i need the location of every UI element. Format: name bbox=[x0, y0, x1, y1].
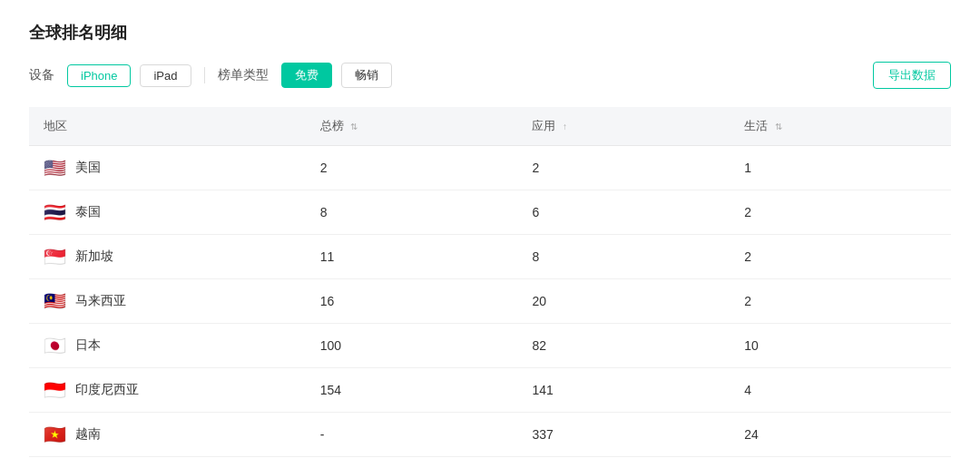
country-name-6: 越南 bbox=[75, 426, 101, 443]
country-name-4: 日本 bbox=[75, 337, 101, 354]
type-free-button[interactable]: 免费 bbox=[281, 63, 332, 88]
cell-app-4: 82 bbox=[517, 324, 730, 368]
device-label: 设备 bbox=[29, 67, 54, 83]
header-app[interactable]: 应用 ↑ bbox=[517, 107, 730, 146]
cell-total-5: 154 bbox=[306, 368, 518, 413]
cell-total-4: 100 bbox=[306, 324, 518, 368]
table-header-row: 地区 总榜 ⇅ 应用 ↑ 生活 ⇅ bbox=[29, 107, 951, 146]
cell-total-2: 11 bbox=[306, 235, 518, 279]
sort-life-icon: ⇅ bbox=[775, 122, 782, 132]
page-title: 全球排名明细 bbox=[29, 22, 951, 44]
cell-life-2: 2 bbox=[730, 235, 951, 279]
header-region: 地区 bbox=[29, 107, 306, 146]
cell-total-1: 8 bbox=[306, 190, 518, 235]
table-row: 🇻🇳 越南 - 337 24 bbox=[29, 413, 951, 457]
table-row: 🇺🇸 美国 2 2 1 bbox=[29, 146, 951, 190]
cell-app-5: 141 bbox=[517, 368, 730, 413]
header-life[interactable]: 生活 ⇅ bbox=[730, 107, 951, 146]
cell-country-0: 🇺🇸 美国 bbox=[29, 146, 306, 190]
cell-country-5: 🇮🇩 印度尼西亚 bbox=[29, 368, 306, 413]
cell-country-2: 🇸🇬 新加坡 bbox=[29, 235, 306, 279]
cell-life-5: 4 bbox=[730, 368, 951, 413]
cell-total-6: - bbox=[306, 413, 518, 457]
cell-life-4: 10 bbox=[730, 324, 951, 368]
flag-icon-0: 🇺🇸 bbox=[44, 159, 66, 177]
flag-icon-5: 🇮🇩 bbox=[44, 381, 66, 399]
table-row: 🇮🇩 印度尼西亚 154 141 4 bbox=[29, 368, 951, 413]
cell-country-3: 🇲🇾 马来西亚 bbox=[29, 279, 306, 324]
cell-app-3: 20 bbox=[517, 279, 730, 324]
flag-icon-1: 🇹🇭 bbox=[44, 203, 66, 221]
cell-app-0: 2 bbox=[517, 146, 730, 190]
table-row: 🇲🇾 马来西亚 16 20 2 bbox=[29, 279, 951, 324]
type-popular-button[interactable]: 畅销 bbox=[341, 63, 392, 88]
country-name-3: 马来西亚 bbox=[75, 293, 126, 309]
country-name-1: 泰国 bbox=[75, 204, 101, 220]
sort-app-icon: ↑ bbox=[563, 122, 567, 132]
table-row: 🇹🇭 泰国 8 6 2 bbox=[29, 190, 951, 235]
cell-total-0: 2 bbox=[306, 146, 518, 190]
country-name-5: 印度尼西亚 bbox=[75, 382, 139, 398]
cell-country-6: 🇻🇳 越南 bbox=[29, 413, 306, 457]
rankings-table: 地区 总榜 ⇅ 应用 ↑ 生活 ⇅ 🇺🇸 美国 bbox=[29, 107, 951, 457]
cell-total-3: 16 bbox=[306, 279, 518, 324]
flag-icon-4: 🇯🇵 bbox=[44, 336, 66, 355]
cell-life-0: 1 bbox=[730, 146, 951, 190]
cell-country-1: 🇹🇭 泰国 bbox=[29, 190, 306, 235]
cell-app-6: 337 bbox=[517, 413, 730, 457]
toolbar: 设备 iPhone iPad 榜单类型 免费 畅销 导出数据 bbox=[29, 62, 951, 89]
cell-country-4: 🇯🇵 日本 bbox=[29, 324, 306, 368]
type-label: 榜单类型 bbox=[218, 67, 269, 83]
flag-icon-3: 🇲🇾 bbox=[44, 292, 66, 310]
cell-app-1: 6 bbox=[517, 190, 730, 235]
cell-life-3: 2 bbox=[730, 279, 951, 324]
cell-life-1: 2 bbox=[730, 190, 951, 235]
export-button[interactable]: 导出数据 bbox=[873, 62, 951, 89]
header-total[interactable]: 总榜 ⇅ bbox=[306, 107, 518, 146]
cell-life-6: 24 bbox=[730, 413, 951, 457]
separator bbox=[204, 67, 205, 83]
cell-app-2: 8 bbox=[517, 235, 730, 279]
flag-icon-6: 🇻🇳 bbox=[44, 425, 66, 444]
table-row: 🇯🇵 日本 100 82 10 bbox=[29, 324, 951, 368]
country-name-0: 美国 bbox=[75, 160, 101, 176]
flag-icon-2: 🇸🇬 bbox=[44, 248, 66, 266]
sort-total-icon: ⇅ bbox=[350, 122, 358, 132]
toolbar-left: 设备 iPhone iPad 榜单类型 免费 畅销 bbox=[29, 63, 392, 88]
table-row: 🇸🇬 新加坡 11 8 2 bbox=[29, 235, 951, 279]
country-name-2: 新加坡 bbox=[75, 249, 113, 265]
device-ipad-button[interactable]: iPad bbox=[140, 64, 191, 87]
device-iphone-button[interactable]: iPhone bbox=[67, 64, 131, 87]
